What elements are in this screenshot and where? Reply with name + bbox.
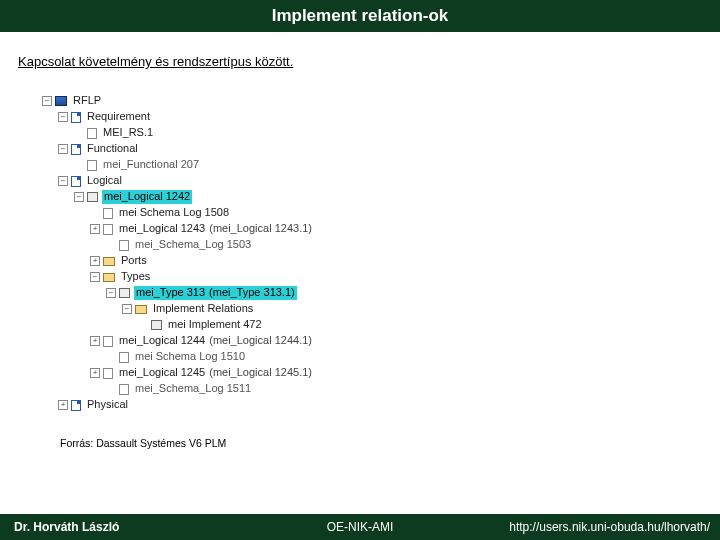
tree-view: − RFLP − Requirement MEI_RS.1 − Function…	[42, 93, 720, 413]
folder-icon	[135, 305, 147, 314]
collapse-icon[interactable]: −	[58, 176, 68, 186]
tree-label: Functional	[85, 142, 140, 156]
sheet-icon	[103, 368, 113, 379]
tree-label: mei_Logical 1244	[117, 334, 207, 348]
tree-label: mei_Schema_Log 1511	[133, 382, 253, 396]
expand-icon[interactable]: +	[90, 368, 100, 378]
expand-icon[interactable]: +	[90, 336, 100, 346]
tree-node[interactable]: mei_Schema_Log 1511	[42, 381, 720, 397]
expand-icon[interactable]: +	[90, 256, 100, 266]
item-icon	[87, 192, 98, 202]
collapse-icon[interactable]: −	[58, 144, 68, 154]
tree-node-ports[interactable]: + Ports	[42, 253, 720, 269]
doc-icon	[71, 144, 81, 155]
sheet-icon	[87, 128, 97, 139]
tree-label: RFLP	[71, 94, 103, 108]
tree-node[interactable]: + mei_Logical 1245 (mei_Logical 1245.1)	[42, 365, 720, 381]
expand-icon[interactable]: +	[90, 224, 100, 234]
tree-node[interactable]: + mei_Logical 1244 (mei_Logical 1244.1)	[42, 333, 720, 349]
tree-node-requirement[interactable]: − Requirement	[42, 109, 720, 125]
item-icon	[151, 320, 162, 330]
doc-icon	[71, 112, 81, 123]
tree-node-types[interactable]: − Types	[42, 269, 720, 285]
footer-url: http://users.nik.uni-obuda.hu/lhorvath/	[509, 520, 710, 534]
tree-label: Logical	[85, 174, 124, 188]
tree-node-logical[interactable]: − Logical	[42, 173, 720, 189]
tree-ext-selected: (mei_Type 313.1)	[207, 286, 297, 300]
tree-node-functional[interactable]: − Functional	[42, 141, 720, 157]
tree-label: Requirement	[85, 110, 152, 124]
folder-icon	[103, 257, 115, 266]
tree-node[interactable]: mei Implement 472	[42, 317, 720, 333]
title-bar: Implement relation-ok	[0, 0, 720, 32]
footer-author: Dr. Horváth László	[14, 520, 119, 534]
tree-label: mei_Logical 1245	[117, 366, 207, 380]
tree-node[interactable]: mei Schema Log 1510	[42, 349, 720, 365]
tree-label-selected: mei_Logical 1242	[102, 190, 192, 204]
tree-ext: (mei_Logical 1245.1)	[209, 366, 312, 380]
tree-label: mei_Logical 1243	[117, 222, 207, 236]
tree-label: mei_Schema_Log 1503	[133, 238, 253, 252]
tree-node-selected[interactable]: − mei_Logical 1242	[42, 189, 720, 205]
tree-label: mei_Functional 207	[101, 158, 201, 172]
sheet-icon	[119, 352, 129, 363]
tree-node[interactable]: + mei_Logical 1243 (mei_Logical 1243.1)	[42, 221, 720, 237]
item-icon	[119, 288, 130, 298]
source-caption: Forrás: Dassault Systémes V6 PLM	[60, 437, 720, 449]
subtitle-text: Kapcsolat követelmény és rendszertípus k…	[18, 54, 720, 69]
slide-title: Implement relation-ok	[272, 6, 449, 25]
tree-label: mei Implement 472	[166, 318, 264, 332]
tree-ext: (mei_Logical 1243.1)	[209, 222, 312, 236]
collapse-icon[interactable]: −	[74, 192, 84, 202]
tree-node[interactable]: − Implement Relations	[42, 301, 720, 317]
footer-bar: Dr. Horváth László OE-NIK-AMI http://use…	[0, 514, 720, 540]
tree-label: Types	[119, 270, 152, 284]
collapse-icon[interactable]: −	[90, 272, 100, 282]
doc-icon	[71, 176, 81, 187]
tree-label: Implement Relations	[151, 302, 255, 316]
tree-label-selected: mei_Type 313	[134, 286, 207, 300]
tree-node-physical[interactable]: + Physical	[42, 397, 720, 413]
tree-node-selected[interactable]: − mei_Type 313 (mei_Type 313.1)	[42, 285, 720, 301]
sheet-icon	[103, 336, 113, 347]
collapse-icon[interactable]: −	[122, 304, 132, 314]
sheet-icon	[119, 384, 129, 395]
sheet-icon	[103, 224, 113, 235]
sheet-icon	[119, 240, 129, 251]
collapse-icon[interactable]: −	[42, 96, 52, 106]
tree-node[interactable]: mei_Schema_Log 1503	[42, 237, 720, 253]
folder-icon	[103, 273, 115, 282]
tree-label: mei Schema Log 1508	[117, 206, 231, 220]
sheet-icon	[87, 160, 97, 171]
tree-node-root[interactable]: − RFLP	[42, 93, 720, 109]
tree-label: mei Schema Log 1510	[133, 350, 247, 364]
collapse-icon[interactable]: −	[106, 288, 116, 298]
tree-label: Ports	[119, 254, 149, 268]
collapse-icon[interactable]: −	[58, 112, 68, 122]
tree-label: Physical	[85, 398, 130, 412]
expand-icon[interactable]: +	[58, 400, 68, 410]
tree-label: MEI_RS.1	[101, 126, 155, 140]
doc-icon	[71, 400, 81, 411]
tree-node[interactable]: mei Schema Log 1508	[42, 205, 720, 221]
footer-institution: OE-NIK-AMI	[327, 520, 394, 534]
tree-node[interactable]: mei_Functional 207	[42, 157, 720, 173]
tree-node[interactable]: MEI_RS.1	[42, 125, 720, 141]
sheet-icon	[103, 208, 113, 219]
root-icon	[55, 96, 67, 106]
tree-ext: (mei_Logical 1244.1)	[209, 334, 312, 348]
